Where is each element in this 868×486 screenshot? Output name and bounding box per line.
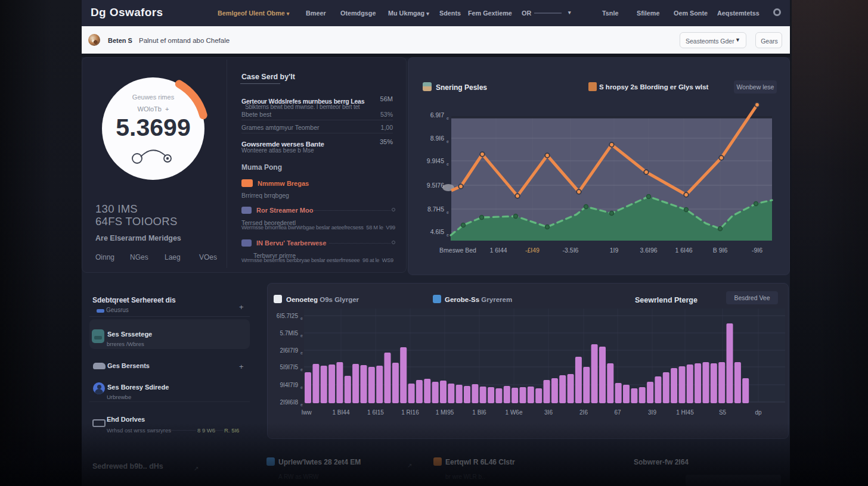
svg-text:S5: S5: [719, 409, 727, 416]
svg-text:e: e: [300, 403, 303, 407]
svg-text:2I6I7I9: 2I6I7I9: [280, 347, 298, 354]
svg-text:4.6I5: 4.6I5: [430, 228, 445, 235]
svg-text:e: e: [447, 210, 449, 214]
svg-text:1 6I46: 1 6I46: [675, 247, 692, 254]
svg-text:5I9I7I5: 5I9I7I5: [280, 364, 298, 370]
svg-text:6I5.7I25: 6I5.7I25: [277, 313, 299, 319]
svg-text:dp: dp: [755, 409, 762, 416]
svg-text:9.5I76: 9.5I76: [427, 182, 444, 189]
svg-text:1 6I15: 1 6I15: [367, 409, 384, 416]
svg-text:e: e: [447, 139, 449, 144]
svg-text:1 6I44: 1 6I44: [489, 247, 507, 254]
svg-text:8.7H5: 8.7H5: [427, 205, 444, 213]
svg-text:e: e: [300, 316, 303, 320]
svg-text:1 BI44: 1 BI44: [333, 409, 350, 416]
svg-text:1 RI16: 1 RI16: [401, 409, 419, 416]
svg-text:e: e: [447, 162, 449, 166]
svg-text:2I6: 2I6: [579, 409, 588, 416]
svg-text:67: 67: [614, 409, 621, 416]
svg-text:-9I6: -9I6: [752, 247, 762, 254]
svg-text:B 9I6: B 9I6: [713, 247, 728, 254]
svg-text:1 BI6: 1 BI6: [472, 409, 486, 416]
svg-text:5.7MI5: 5.7MI5: [280, 330, 298, 337]
svg-text:Iww: Iww: [301, 409, 312, 416]
svg-text:3I6: 3I6: [544, 409, 553, 416]
svg-text:1 HI45: 1 HI45: [676, 409, 694, 416]
svg-text:-3.5I6: -3.5I6: [563, 247, 579, 254]
svg-text:e: e: [447, 186, 449, 191]
svg-text:8.9I6: 8.9I6: [430, 135, 445, 142]
svg-text:1 MI95: 1 MI95: [436, 409, 454, 416]
svg-text:-£I49: -£I49: [525, 247, 540, 254]
svg-text:3I9: 3I9: [648, 409, 656, 416]
svg-text:9I4I7I9: 9I4I7I9: [280, 382, 298, 388]
svg-text:e: e: [300, 385, 303, 390]
svg-text:1 W6e: 1 W6e: [506, 409, 523, 416]
svg-text:Bmeswe Bed: Bmeswe Bed: [439, 247, 476, 254]
svg-text:e: e: [300, 334, 303, 338]
svg-text:e: e: [447, 233, 449, 237]
svg-text:6.9I7: 6.9I7: [430, 111, 445, 119]
svg-text:e: e: [300, 367, 303, 372]
svg-text:e: e: [447, 116, 449, 120]
svg-text:1I9: 1I9: [610, 247, 619, 254]
svg-text:2I9I6I8: 2I9I6I8: [280, 399, 298, 406]
svg-text:3.6I96: 3.6I96: [640, 247, 657, 254]
svg-text:9.9I45: 9.9I45: [427, 157, 444, 164]
svg-text:e: e: [300, 351, 303, 355]
